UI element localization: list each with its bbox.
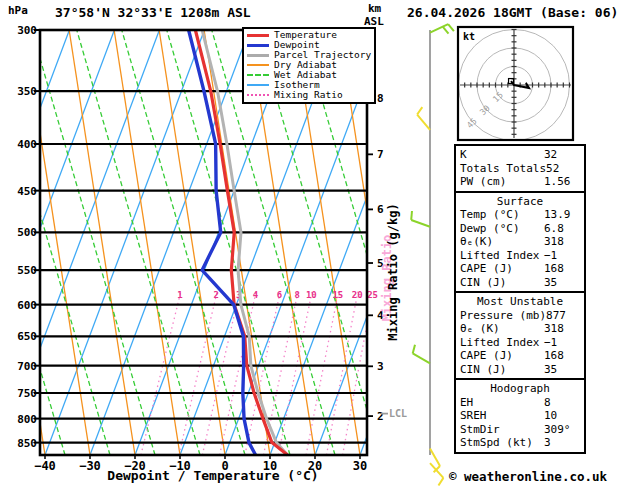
mixing-ratio-value-label: 10 [306,290,317,300]
indices-row: Pressure (mb)877 [460,309,580,323]
index-label: EH [460,396,544,410]
indices-row: Lifted Index−1 [460,336,580,350]
indices-row: Temp (°C)13.9 [460,208,580,222]
index-label: Dewp (°C) [460,222,544,236]
index-value: 35 [544,276,580,290]
wind-barb [417,107,430,130]
indices-row: Dewp (°C)6.8 [460,222,580,236]
index-label: SREH [460,409,544,423]
pressure-tick-label: 600 [17,299,37,312]
mixing-ratio-value-label: 4 [253,290,259,300]
indices-panel: K32Totals Totals52PW (cm)1.56SurfaceTemp… [454,146,586,454]
mixing-ratio-value-label: 20 [352,290,363,300]
km-tick-label: 8 [377,92,384,105]
index-label: CIN (J) [460,276,544,290]
indices-section-title: Most Unstable [460,295,580,309]
pressure-tick-label: 800 [17,413,37,426]
indices-row: StmSpd (kt)3 [460,436,580,450]
indices-section: HodographEH8SREH10StmDir309°StmSpd (kt)3 [454,378,586,454]
index-label: CIN (J) [460,363,544,377]
mixing-ratio-value-label: 15 [332,290,343,300]
indices-row: PW (cm)1.56 [460,175,580,189]
mixing-ratio-value-label: 6 [277,290,282,300]
index-label: Temp (°C) [460,208,544,222]
pressure-tick-label: 400 [17,138,37,151]
index-value: 168 [544,349,580,363]
indices-row: CIN (J)35 [460,276,580,290]
wet-adiabat-line [32,30,155,455]
wind-barb [413,345,430,364]
legend-line-sample [247,64,269,66]
km-tick-label: 7 [377,148,384,161]
index-label: CAPE (J) [460,262,544,276]
x-axis-title: Dewpoint / Temperature (°C) [107,468,318,483]
legend-line-sample [247,54,269,57]
mixing-ratio-value-label: 2 [214,290,219,300]
index-label: K [460,148,544,162]
index-value: 3 [544,436,580,450]
index-value: −1 [544,249,580,263]
mixing-ratio-line [179,291,217,455]
pressure-tick-label: 450 [17,185,37,198]
wind-barb [411,211,430,227]
indices-row: CIN (J)35 [460,363,580,377]
km-tick-label: 6 [377,203,384,216]
indices-row: θₑ (K)318 [460,322,580,336]
hodograph-ring-label: 15 [491,90,505,104]
mixing-ratio-line [326,291,358,455]
km-tick-label: 2 [377,410,384,423]
legend-line-sample [247,44,269,47]
index-value: 1.56 [544,175,580,189]
index-label: θₑ(K) [460,235,544,249]
index-label: Lifted Index [460,336,544,350]
pressure-tick-label: 750 [17,387,37,400]
mixing-ratio-line [141,291,181,455]
index-value: 318 [544,235,580,249]
index-label: Totals Totals [460,162,546,176]
hodograph: 153045kt [458,27,573,140]
indices-section-title: Hodograph [460,382,580,396]
wind-barb-column [411,24,454,485]
index-value: 52 [546,162,582,176]
indices-section-title: Surface [460,195,580,209]
temp-tick-label: 30 [353,459,367,473]
index-value: −1 [544,336,580,350]
index-value: 10 [544,409,580,423]
index-value: 168 [544,262,580,276]
skewt-sounding-page: hPa 37°58'N 32°33'E 1208m ASL km ASL 26.… [0,0,629,486]
copyright-text: © weatheronline.co.uk [449,469,607,484]
indices-row: CAPE (J)168 [460,262,580,276]
indices-row: CAPE (J)168 [460,349,580,363]
index-value: 32 [544,148,580,162]
pressure-tick-label: 500 [17,226,37,239]
km-tick-label: 3 [377,360,384,373]
index-value: 13.9 [544,208,580,222]
mixing-ratio-value-label: 1 [177,290,182,300]
index-label: StmSpd (kt) [460,436,544,450]
indices-section: SurfaceTemp (°C)13.9Dewp (°C)6.8θₑ(K)318… [454,191,586,294]
index-value: 35 [544,363,580,377]
legend-line-sample [247,34,269,37]
chart-legend: TemperatureDewpointParcel TrajectoryDry … [242,27,376,104]
indices-row: θₑ(K)318 [460,235,580,249]
indices-section: Most UnstablePressure (mb)877θₑ (K)318Li… [454,291,586,380]
wind-barb [430,24,454,33]
index-value: 318 [544,322,580,336]
hodograph-ring-label: 30 [478,103,492,117]
wet-adiabat-line [122,30,245,455]
pressure-tick-label: 350 [17,85,37,98]
pressure-tick-label: 650 [17,330,37,343]
pressure-tick-label: 700 [17,360,37,373]
indices-row: StmDir309° [460,423,580,437]
index-label: PW (cm) [460,175,544,189]
wet-adiabat-line [77,30,200,455]
mixing-axis-label: Mixing Ratio (g/kg) [386,203,400,340]
index-label: Pressure (mb) [460,309,546,323]
lcl-label: LCL [389,408,407,419]
pressure-tick-label: 300 [17,24,37,37]
indices-row: Totals Totals52 [460,162,580,176]
indices-section: K32Totals Totals52PW (cm)1.56 [454,144,586,193]
legend-line-sample [247,94,269,96]
mixing-ratio-value-label: 8 [295,290,300,300]
legend-item-label: Mixing Ratio [274,90,343,100]
